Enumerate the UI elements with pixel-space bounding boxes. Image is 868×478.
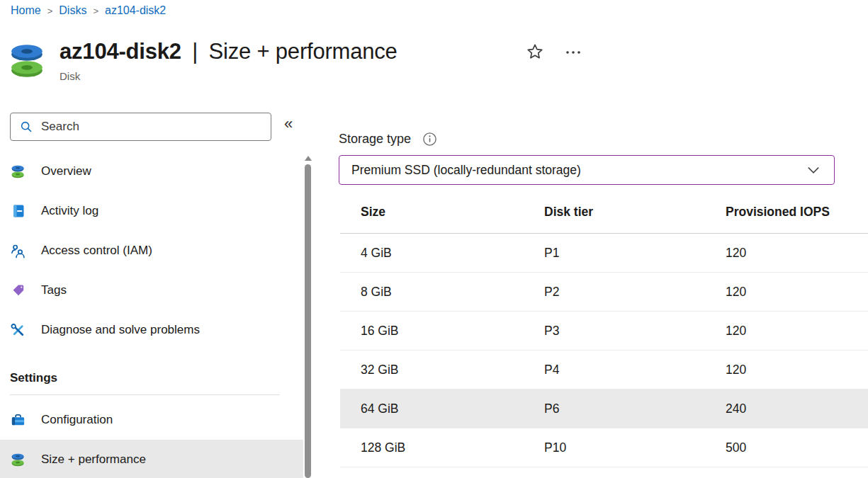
storage-type-value: Premium SSD (locally-redundant storage): [351, 163, 807, 178]
sidebar-item-label: Size + performance: [41, 453, 146, 467]
resource-type-label: Disk: [60, 70, 398, 82]
cell-iops: 240: [726, 402, 868, 416]
cell-iops: 120: [726, 246, 868, 261]
sidebar-item-access-control[interactable]: Access control (IAM): [0, 231, 303, 271]
cell-tier: P2: [544, 285, 726, 300]
tag-icon: [10, 283, 26, 299]
cell-iops: 120: [726, 363, 868, 377]
table-row-128gib[interactable]: 128 GiB P10 500: [340, 428, 868, 467]
favorite-star-icon[interactable]: [526, 42, 544, 63]
page-header: az104-disk2 | Size + performance Disk: [9, 37, 398, 82]
cell-iops: 120: [726, 285, 868, 300]
sidebar-item-label: Overview: [41, 164, 91, 178]
disk-icon: [9, 41, 47, 81]
cell-size: 16 GiB: [340, 324, 544, 338]
column-header-disk-tier: Disk tier: [544, 205, 726, 220]
storage-type-select[interactable]: Premium SSD (locally-redundant storage): [339, 155, 835, 185]
table-row-4gib[interactable]: 4 GiB P1 120: [340, 234, 868, 273]
sidebar-menu: Overview Activity log: [0, 152, 303, 478]
table-header-row: Size Disk tier Provisioned IOPS: [340, 191, 868, 234]
azure-portal-page: Home > Disks > az104-disk2 az104-disk2 |…: [0, 0, 868, 478]
storage-type-field: Storage type: [339, 132, 437, 147]
search-icon: [20, 120, 33, 133]
table-row-32gib[interactable]: 32 GiB P4 120: [340, 351, 868, 389]
cell-size: 128 GiB: [340, 440, 544, 455]
cell-tier: P10: [544, 440, 726, 455]
breadcrumb-link-disks[interactable]: Disks: [59, 4, 86, 17]
breadcrumb-separator: >: [93, 6, 98, 16]
sidebar-item-label: Tags: [41, 283, 67, 297]
column-header-provisioned-iops: Provisioned IOPS: [726, 205, 868, 220]
sidebar-item-size-performance[interactable]: Size + performance: [0, 440, 303, 478]
table-row-8gib[interactable]: 8 GiB P2 120: [340, 273, 868, 312]
disk-icon: [10, 164, 26, 180]
breadcrumb: Home > Disks > az104-disk2: [11, 4, 166, 17]
more-options-icon[interactable]: [563, 41, 584, 62]
cell-size: 64 GiB: [340, 402, 544, 416]
scrollbar-thumb[interactable]: [305, 164, 311, 478]
blade-name: Size + performance: [209, 39, 398, 64]
diagnose-tools-icon: [10, 322, 26, 338]
sidebar-item-label: Access control (IAM): [41, 244, 152, 258]
sidebar: « Overview A: [0, 110, 316, 478]
title-block: az104-disk2 | Size + performance Disk: [60, 37, 398, 82]
cell-tier: P3: [544, 324, 726, 338]
cell-size: 4 GiB: [340, 246, 544, 261]
search-input[interactable]: [40, 119, 271, 135]
sidebar-item-label: Diagnose and solve problems: [41, 323, 200, 337]
cell-size: 32 GiB: [340, 363, 544, 377]
breadcrumb-link-home[interactable]: Home: [11, 4, 41, 17]
sidebar-item-configuration[interactable]: Configuration: [0, 400, 303, 440]
cell-tier: P4: [544, 363, 726, 377]
cell-tier: P1: [544, 246, 726, 261]
sidebar-section-settings: Settings: [0, 350, 303, 387]
activity-log-icon: [10, 203, 26, 220]
cell-iops: 500: [726, 440, 868, 455]
sidebar-item-label: Activity log: [41, 204, 98, 218]
sidebar-scrollbar[interactable]: [304, 152, 312, 478]
info-icon[interactable]: [422, 132, 437, 147]
table-row-16gib[interactable]: 16 GiB P3 120: [340, 312, 868, 351]
sidebar-item-diagnose[interactable]: Diagnose and solve problems: [0, 310, 303, 350]
toolbox-icon: [10, 412, 26, 428]
sidebar-search-box: [10, 113, 271, 141]
breadcrumb-separator: >: [47, 6, 53, 16]
page-title: az104-disk2 | Size + performance: [60, 37, 398, 67]
column-header-size: Size: [340, 205, 544, 220]
sidebar-item-tags[interactable]: Tags: [0, 271, 303, 310]
sidebar-item-overview[interactable]: Overview: [0, 152, 303, 191]
chevron-down-icon: [807, 166, 820, 174]
storage-type-label: Storage type: [339, 132, 411, 147]
resource-name: az104-disk2: [60, 39, 181, 64]
access-control-icon: [10, 243, 26, 259]
disk-icon: [10, 452, 26, 468]
breadcrumb-link-az104-disk2[interactable]: az104-disk2: [105, 4, 166, 17]
cell-size: 8 GiB: [340, 285, 544, 300]
cell-iops: 120: [726, 324, 868, 338]
disk-tier-table: Size Disk tier Provisioned IOPS 4 GiB P1…: [340, 191, 868, 467]
sidebar-item-label: Configuration: [41, 413, 113, 427]
section-divider: [10, 394, 280, 395]
title-separator: |: [192, 39, 198, 64]
cell-tier: P6: [544, 402, 726, 416]
collapse-sidebar-icon[interactable]: «: [284, 115, 293, 133]
table-row-64gib-selected[interactable]: 64 GiB P6 240: [340, 389, 868, 428]
sidebar-item-activity-log[interactable]: Activity log: [0, 191, 303, 231]
scrollbar-up-arrow-icon[interactable]: [305, 156, 312, 161]
